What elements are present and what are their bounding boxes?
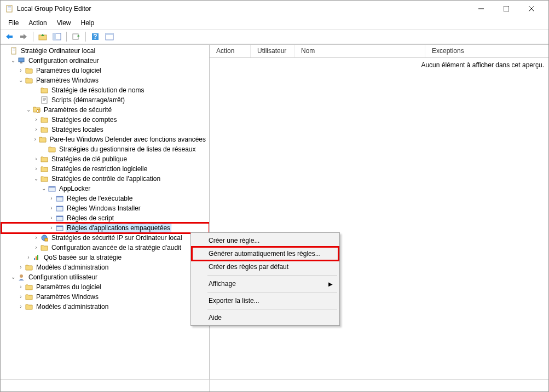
cm-create-rule[interactable]: Créer une règle... [192,234,338,247]
export-button[interactable] [70,31,83,43]
expand-icon[interactable]: › [32,243,40,251]
svg-rect-31 [56,206,63,207]
tree-packaged-rules[interactable]: ›Règles d'applications empaquetées [2,223,209,233]
status-cell [1,380,210,391]
folder-icon [25,76,33,85]
tree-item[interactable]: Scripts (démarrage/arrêt) [2,95,209,105]
collapse-icon[interactable]: ⌄ [25,106,32,113]
svg-rect-29 [56,196,63,197]
tree-item[interactable]: ›Paramètres du logiciel [2,282,209,292]
tree-pane[interactable]: Stratégie Ordinateur local ⌄Configuratio… [1,45,210,379]
tree-root[interactable]: Stratégie Ordinateur local [2,46,209,56]
cm-auto-generate[interactable]: Générer automatiquement les règles... [192,247,338,260]
tree-applocker[interactable]: ⌄AppLocker [2,184,209,194]
svg-rect-17 [106,33,113,35]
svg-rect-22 [20,62,22,63]
tree-user-config[interactable]: ⌄Configuration utilisateur [2,272,209,282]
tree-item[interactable]: Stratégies du gestionnaire de listes de … [2,144,209,154]
svg-rect-19 [13,49,15,49]
collapse-icon[interactable]: ⌄ [9,56,17,64]
tree-item[interactable]: ›Pare-feu Windows Defender avec fonction… [2,134,209,144]
menu-view[interactable]: View [53,18,76,28]
tree-item[interactable]: ›Paramètres du logiciel [2,66,209,75]
tree-item[interactable]: ›Règles de l'exécutable [2,194,209,203]
cm-separator [207,275,337,276]
up-folder-button[interactable] [36,31,49,43]
properties-button[interactable] [103,31,116,43]
tree-item[interactable]: ›Paramètres Windows [2,292,209,302]
expand-icon[interactable]: › [25,253,32,261]
tree-item[interactable]: ›Règles de script [2,213,209,223]
cm-help[interactable]: Aide [192,311,338,324]
expand-icon[interactable]: › [32,135,38,143]
expand-icon[interactable]: › [32,165,40,172]
show-hide-tree-button[interactable] [50,31,63,43]
expand-icon[interactable]: › [48,214,55,221]
toolbar: ? [1,29,548,44]
tree-item[interactable]: ›Modèles d'administration [2,262,209,272]
tree-item[interactable]: Stratégie de résolution de noms [2,85,209,95]
window-controls [469,1,544,17]
svg-rect-18 [11,48,16,54]
expand-icon[interactable]: › [32,233,40,241]
app-icon [5,4,14,13]
tree-item[interactable]: ›Modèles d'administration [2,302,209,312]
forward-button[interactable] [17,31,30,43]
expand-icon[interactable]: › [17,302,25,310]
submenu-arrow-icon: ▶ [328,281,333,287]
tree-item[interactable]: ›Stratégies locales [2,125,209,134]
tree-item[interactable]: ⌄Stratégies de contrôle de l'application [2,174,209,184]
expand-icon[interactable]: › [17,292,25,300]
back-button[interactable] [3,31,16,43]
tree-item[interactable]: ›Stratégies de clé publique [2,154,209,164]
folder-icon [48,145,56,154]
expand-icon[interactable]: › [17,263,25,271]
app-window: Local Group Policy Editor File Action Vi… [0,0,549,392]
rule-icon [55,194,64,203]
column-name[interactable]: Nom [294,45,425,57]
tree-item[interactable]: ›Stratégies de restriction logicielle [2,164,209,174]
tree-item[interactable]: ⌄Paramètres de sécurité [2,105,209,115]
column-user[interactable]: Utilisateur [251,45,294,57]
expand-icon[interactable]: › [32,155,40,162]
tree-item[interactable]: ›Règles Windows Installer [2,203,209,213]
rule-icon [55,224,64,232]
column-exceptions[interactable]: Exceptions [425,45,548,57]
expand-icon[interactable]: › [32,125,40,133]
svg-point-41 [20,274,23,278]
collapse-icon[interactable]: ⌄ [40,184,48,192]
svg-rect-20 [13,50,15,50]
column-action[interactable]: Action [210,45,251,57]
empty-message: Aucun élément à afficher dans cet aperçu… [210,58,548,72]
collapse-icon[interactable]: ⌄ [17,76,25,84]
cm-display[interactable]: Affichage▶ [192,277,338,290]
menu-file[interactable]: File [4,18,23,28]
collapse-icon[interactable]: ⌄ [9,273,17,280]
rule-icon [55,214,64,223]
collapse-icon[interactable]: ⌄ [32,174,40,182]
computer-icon [17,56,26,65]
help-button[interactable]: ? [89,31,102,43]
expand-icon[interactable]: › [48,204,55,212]
tree-item[interactable]: ⌄Paramètres Windows [2,75,209,85]
menu-action[interactable]: Action [24,18,51,28]
expand-icon[interactable]: › [48,224,55,231]
menu-help[interactable]: Help [77,18,99,28]
minimize-button[interactable] [469,1,494,17]
document-icon [9,46,18,55]
expand-icon[interactable]: › [32,115,40,123]
folder-icon [25,283,33,291]
expand-icon[interactable]: › [48,194,55,202]
tree-item[interactable]: ›Stratégies de sécurité IP sur Ordinateu… [2,233,209,243]
cm-create-default[interactable]: Créer des règles par défaut [192,260,338,273]
close-button[interactable] [519,1,544,17]
tree-item[interactable]: ›Configuration avancée de la stratégie d… [2,243,209,253]
expand-icon[interactable]: › [17,66,25,74]
svg-rect-23 [42,97,47,103]
cm-export-list[interactable]: Exporter la liste... [192,294,338,307]
maximize-button[interactable] [494,1,519,17]
tree-computer-config[interactable]: ⌄Configuration ordinateur [2,56,209,66]
tree-item[interactable]: ›QoS basée sur la stratégie [2,253,209,262]
tree-item[interactable]: ›Stratégies de comptes [2,115,209,125]
expand-icon[interactable]: › [17,283,25,290]
